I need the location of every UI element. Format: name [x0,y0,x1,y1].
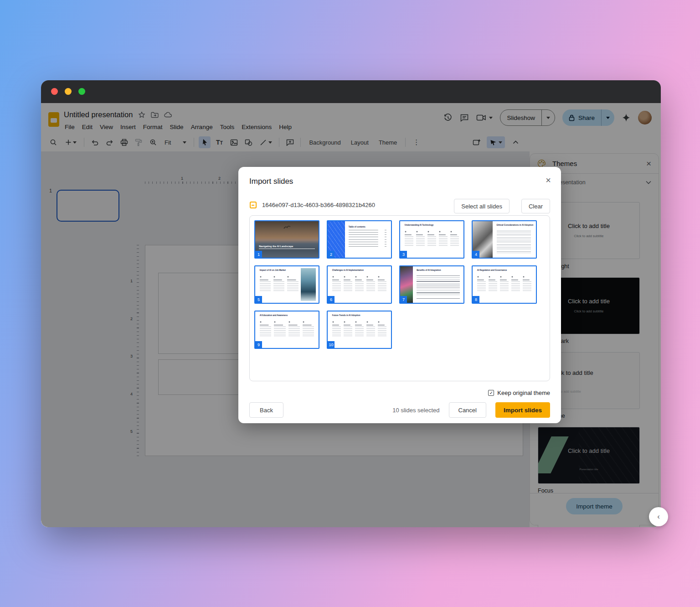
slides-grid: Navigating the AI Landscape 1 Table of c… [249,215,550,381]
clear-button[interactable]: Clear [521,199,550,213]
slides-file-icon [250,202,257,208]
bird-silhouette [283,225,291,230]
keep-theme-label: Keep original theme [497,389,550,396]
slide-thumbnail-9[interactable]: AI Education and Awareness 9 [254,311,319,349]
macos-titlebar [41,80,661,103]
slide-number-badge: 5 [255,296,262,303]
keep-theme-checkbox[interactable]: ✓ [488,390,494,396]
collapse-panel-button[interactable]: ‹ [649,507,668,526]
slide-thumbnail-6[interactable]: Challenges in AI Implementation 6 [327,265,392,304]
slide-thumbnail-5[interactable]: Impact of AI on Job Market 5 [254,265,319,304]
slide-number-badge: 7 [400,296,407,303]
slide-number-badge: 10 [328,341,335,348]
select-all-slides-button[interactable]: Select all slides [454,199,510,213]
slide-number-badge: 8 [473,296,479,303]
import-slides-button[interactable]: Import slides [495,402,550,418]
slide-thumbnail-2[interactable]: Table of contents 2 [327,220,392,259]
slide-number-badge: 6 [328,296,335,303]
slide-thumbnail-3[interactable]: Understanding AI Technology 3 [399,220,464,259]
slide-thumbnail-1[interactable]: Navigating the AI Landscape 1 [254,220,319,259]
slide-number-badge: 9 [255,341,262,348]
slide-thumbnail-8[interactable]: AI Regulation and Governance 8 [472,265,537,304]
slide-number-badge: 2 [328,251,335,258]
slide-thumbnail-10[interactable]: Future Trends in AI Adoption 10 [327,311,392,349]
app-window: Untitled presentation File Edit View Ins… [41,80,661,527]
close-dialog-icon[interactable]: × [546,175,551,186]
slide-number-badge: 1 [255,251,262,258]
cancel-button[interactable]: Cancel [449,402,486,418]
back-button[interactable]: Back [249,402,283,418]
slide-number-badge: 4 [473,251,479,258]
minimize-window-button[interactable] [65,88,72,95]
source-file-id: 1646e097-d13c-4603-b366-4898321b4260 [262,202,375,208]
keep-original-theme-row[interactable]: ✓ Keep original theme [488,389,550,396]
selected-count-text: 10 slides selected [392,407,439,414]
zoom-window-button[interactable] [78,88,85,95]
slide-thumbnail-4[interactable]: Ethical Considerations in AI Adoption 4 [472,220,537,259]
import-slides-dialog: Import slides × 1646e097-d13c-4603-b366-… [238,167,561,423]
close-window-button[interactable] [51,88,58,95]
dialog-title: Import slides [249,177,293,186]
slide-number-badge: 3 [400,251,407,258]
slide-thumbnail-7[interactable]: Benefits of AI Integration 7 [399,265,464,304]
